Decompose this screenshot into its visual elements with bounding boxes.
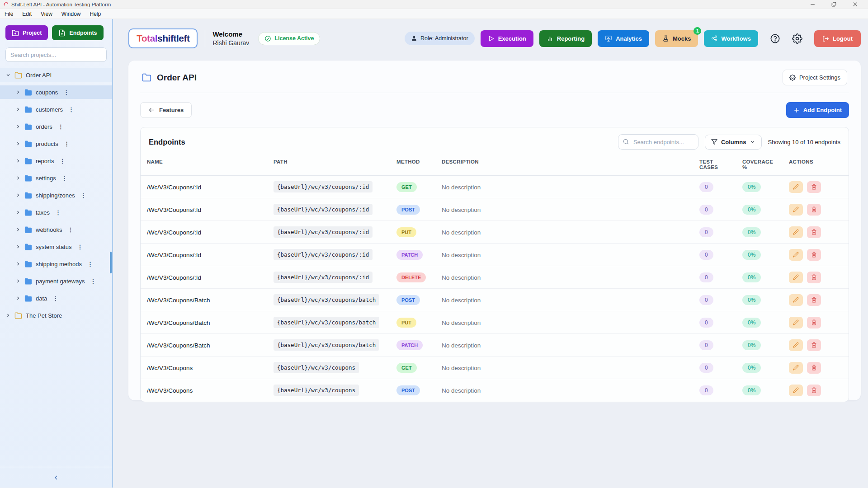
tree-item[interactable]: shipping methods ⋮ [0,257,112,271]
endpoint-name: /Wc/V3/Coupons/:Id [147,274,201,281]
mocks-button[interactable]: Mocks 1 [655,30,698,47]
kebab-menu-icon[interactable]: ⋮ [61,175,67,182]
kebab-menu-icon[interactable]: ⋮ [52,295,58,302]
kebab-menu-icon[interactable]: ⋮ [63,89,69,96]
delete-endpoint-button[interactable] [807,204,821,216]
tree-item[interactable]: taxes ⋮ [0,206,112,219]
reporting-button[interactable]: Reporting [539,30,592,47]
edit-endpoint-button[interactable] [789,385,803,396]
tree-item[interactable]: webhooks ⋮ [0,223,112,236]
kebab-menu-icon[interactable]: ⋮ [68,106,74,113]
search-icon [623,138,629,145]
add-endpoint-button[interactable]: Add Endpoint [786,102,849,118]
search-projects-input[interactable] [5,47,107,62]
delete-endpoint-button[interactable] [807,339,821,351]
menu-view[interactable]: View [41,11,52,17]
chevron-right-icon[interactable] [15,158,21,164]
close-icon[interactable] [852,1,858,7]
chevron-right-icon[interactable] [15,192,21,198]
chevron-right-icon[interactable] [15,107,21,112]
sidebar: Project Endpoints Order API [0,19,113,488]
new-project-button[interactable]: Project [5,25,48,40]
edit-endpoint-button[interactable] [789,362,803,374]
kebab-menu-icon[interactable]: ⋮ [68,226,74,233]
back-to-features-button[interactable]: Features [140,102,192,118]
tree-item[interactable]: system status ⋮ [0,240,112,253]
chevron-right-icon[interactable] [15,244,21,249]
edit-endpoint-button[interactable] [789,339,803,351]
chevron-right-icon[interactable] [15,89,21,95]
delete-endpoint-button[interactable] [807,249,821,261]
chevron-down-icon[interactable] [5,72,11,78]
columns-button[interactable]: Columns [705,135,762,150]
kebab-menu-icon[interactable]: ⋮ [90,278,96,285]
tree-item[interactable]: orders ⋮ [0,120,112,133]
tree-root-pet-store[interactable]: The Pet Store [0,309,112,322]
delete-endpoint-button[interactable] [807,226,821,238]
tree-item[interactable]: customers ⋮ [0,103,112,116]
chevron-right-icon[interactable] [15,278,21,284]
chevron-right-icon[interactable] [15,261,21,267]
menu-edit[interactable]: Edit [22,11,32,17]
chevron-right-icon[interactable] [15,227,21,232]
workflows-button[interactable]: Workflows [704,30,758,47]
settings-button[interactable] [792,33,802,44]
tree-item[interactable]: data ⋮ [0,291,112,305]
chevron-right-icon[interactable] [15,141,21,146]
delete-endpoint-button[interactable] [807,181,821,193]
edit-endpoint-button[interactable] [789,317,803,328]
tree-item-label: shipping methods [36,261,82,267]
tree-root-order-api[interactable]: Order API [0,68,112,82]
tree-item[interactable]: coupons ⋮ [0,85,112,99]
chevron-right-icon[interactable] [5,313,11,318]
edit-endpoint-button[interactable] [789,181,803,193]
chevron-right-icon[interactable] [15,175,21,181]
chevron-right-icon[interactable] [15,210,21,215]
help-button[interactable] [770,33,780,44]
delete-endpoint-button[interactable] [807,362,821,374]
content-card: Order API Project Settings Features Ad [128,61,861,400]
edit-endpoint-button[interactable] [789,249,803,261]
tree-item[interactable]: products ⋮ [0,137,112,150]
tree-item[interactable]: reports ⋮ [0,154,112,168]
execution-button[interactable]: Execution [481,30,533,47]
project-settings-button[interactable]: Project Settings [783,70,847,85]
collapse-sidebar-button[interactable] [52,474,60,481]
maximize-icon[interactable] [831,1,837,7]
edit-endpoint-button[interactable] [789,294,803,306]
kebab-menu-icon[interactable]: ⋮ [64,141,70,147]
endpoint-description: No description [442,319,481,326]
tree-item-label: coupons [36,89,58,96]
minimize-icon[interactable] [810,1,816,7]
check-circle-icon [264,35,271,42]
delete-endpoint-button[interactable] [807,294,821,306]
delete-endpoint-button[interactable] [807,317,821,328]
menu-window[interactable]: Window [61,11,81,17]
tree-item[interactable]: payment gateways ⋮ [0,274,112,288]
search-endpoints-input[interactable] [618,134,698,150]
kebab-menu-icon[interactable]: ⋮ [87,261,93,267]
delete-endpoint-button[interactable] [807,385,821,396]
chevron-right-icon[interactable] [15,124,21,129]
kebab-menu-icon[interactable]: ⋮ [58,123,64,130]
logout-button[interactable]: Logout [814,30,861,47]
table-row: /Wc/V3/Coupons/Batch {baseUrl}/wc/v3/cou… [141,289,849,311]
kebab-menu-icon[interactable]: ⋮ [55,209,61,216]
edit-endpoint-button[interactable] [789,272,803,283]
kebab-menu-icon[interactable]: ⋮ [59,158,65,164]
tree-item[interactable]: settings ⋮ [0,171,112,185]
analytics-button[interactable]: Analytics [598,30,649,47]
sidebar-scrollbar[interactable] [110,252,112,273]
menu-help[interactable]: Help [90,11,101,17]
tree-item[interactable]: shipping/zones ⋮ [0,188,112,202]
menu-file[interactable]: File [5,11,13,17]
kebab-menu-icon[interactable]: ⋮ [77,244,83,250]
kebab-menu-icon[interactable]: ⋮ [80,192,86,199]
test-cases-badge: 0 [699,385,713,395]
delete-endpoint-button[interactable] [807,272,821,283]
chevron-right-icon[interactable] [15,296,21,301]
col-header-actions: ACTIONS [783,156,849,176]
new-endpoints-button[interactable]: Endpoints [52,25,103,40]
edit-endpoint-button[interactable] [789,204,803,216]
edit-endpoint-button[interactable] [789,226,803,238]
